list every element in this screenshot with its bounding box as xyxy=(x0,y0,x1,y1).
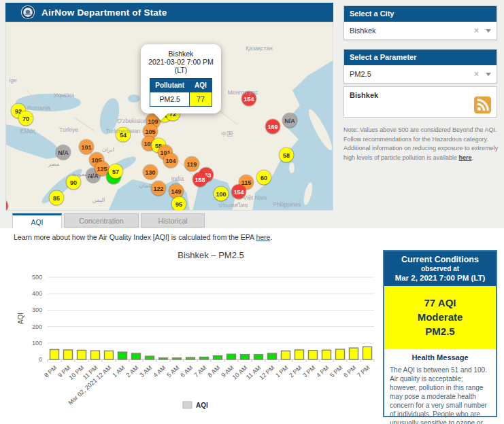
y-tick-label: 0 xyxy=(39,356,42,363)
popup-datetime: 2021-03-02 7:00 PM xyxy=(144,58,218,66)
aqi-marker[interactable]: 95 xyxy=(172,197,186,211)
parameter-caret-down-icon[interactable] xyxy=(486,73,491,76)
x-tick-label: 1 PM xyxy=(274,364,289,378)
city-select-value: Bishkek xyxy=(350,26,474,35)
aqi-marker[interactable]: 101 xyxy=(80,140,94,154)
aqi-bar[interactable] xyxy=(186,357,195,359)
aqi-marker[interactable]: N/A xyxy=(283,113,297,128)
map-label: اليمن xyxy=(93,196,105,203)
map-label: السعودية xyxy=(71,171,93,177)
map-label: ige xyxy=(9,77,16,84)
note-here-link[interactable]: here xyxy=(459,154,472,161)
map-label: Romania xyxy=(27,105,50,111)
aqi-bar[interactable] xyxy=(105,351,114,359)
x-tick-label: 1 AM xyxy=(111,364,126,378)
parameter-clear-icon[interactable]: × xyxy=(474,69,479,79)
learn-more-prefix: Learn more about how the Air Quality Ind… xyxy=(14,233,256,241)
aqi-bar[interactable] xyxy=(241,355,250,359)
aqi-bar[interactable] xyxy=(254,355,263,359)
aqi-marker[interactable]: 149 xyxy=(169,184,184,198)
current-conditions-datetime: Mar 2, 2021 7:00 PM (LT) xyxy=(387,274,493,282)
x-tick-label: 7 PM xyxy=(356,364,371,378)
x-tick-label: 5 PM xyxy=(329,364,343,378)
x-tick-label: 3 AM xyxy=(138,364,153,378)
state-department-seal-icon xyxy=(20,5,35,20)
y-tick-label: 200 xyxy=(32,323,42,330)
aqi-marker[interactable]: 104 xyxy=(164,154,178,168)
y-tick-label: 400 xyxy=(32,290,42,297)
rss-icon[interactable] xyxy=(474,96,491,113)
aqi-marker[interactable]: 122 xyxy=(152,181,166,196)
x-tick-label: 3 PM xyxy=(301,364,316,378)
aqi-bar[interactable] xyxy=(173,358,182,359)
popup-col-pollutant: Pollutant xyxy=(150,79,190,92)
parameter-select[interactable]: PM2.5 × xyxy=(344,65,497,83)
aqi-bar[interactable] xyxy=(200,357,209,359)
y-tick-label: 100 xyxy=(32,340,42,347)
current-conditions-panel: Current Conditions observed at Mar 2, 20… xyxy=(383,250,497,417)
x-tick-label: 6 PM xyxy=(342,364,357,378)
popup-col-aqi: AQI xyxy=(190,79,212,92)
health-message-text: The AQI is between 51 and 100. Air quali… xyxy=(384,364,496,424)
aqi-bar[interactable] xyxy=(350,348,358,359)
tab-historical[interactable]: Historical xyxy=(141,213,205,228)
aqi-marker[interactable]: 169 xyxy=(266,120,280,134)
aqi-bar[interactable] xyxy=(268,353,277,359)
aqi-marker[interactable]: 57 xyxy=(109,164,123,179)
current-conditions-title: Current Conditions xyxy=(387,255,493,264)
aqi-bar[interactable] xyxy=(295,350,304,359)
aqi-bar[interactable] xyxy=(322,350,331,359)
x-tick-label: 6 AM xyxy=(179,364,194,378)
aqi-bar[interactable] xyxy=(363,347,372,359)
map-label: Монгол улс xyxy=(228,89,258,96)
y-axis-label: AQI xyxy=(17,313,24,324)
aqi-bar[interactable] xyxy=(64,350,73,359)
map[interactable]: 927054101N/A105N/A1255790857310977721051… xyxy=(5,22,333,211)
city-clear-icon[interactable]: × xyxy=(474,26,479,35)
aqi-marker[interactable]: 119 xyxy=(185,157,199,171)
aqi-marker[interactable]: 85 xyxy=(50,191,64,205)
aqi-bar[interactable] xyxy=(118,352,127,359)
aqi-bar[interactable] xyxy=(91,351,100,359)
aqi-marker[interactable]: 158 xyxy=(193,173,207,187)
x-tick-label: 8 AM xyxy=(206,364,221,378)
map-label: Україна xyxy=(54,92,74,99)
aqi-bar[interactable] xyxy=(50,349,59,359)
aqi-bar[interactable] xyxy=(159,358,168,359)
parameter-select-group: Select a Parameter PM2.5 × xyxy=(343,49,497,84)
y-tick-label: 300 xyxy=(32,306,42,313)
x-tick-label: 7 AM xyxy=(192,364,207,378)
aqi-marker[interactable]: 70 xyxy=(19,111,33,126)
tab-aqi[interactable]: AQI xyxy=(12,213,62,228)
tab-concentration[interactable]: Concentration xyxy=(64,213,139,228)
aqi-marker[interactable]: 58 xyxy=(280,148,294,162)
x-tick-label: 5 AM xyxy=(165,364,180,378)
aqi-marker[interactable]: 100 xyxy=(214,187,229,201)
aqi-bar[interactable] xyxy=(336,349,345,359)
city-select[interactable]: Bishkek × xyxy=(344,22,497,39)
popup-aqi-value: 77 xyxy=(190,92,212,107)
feed-city-label: Bishkek xyxy=(350,91,378,99)
aqi-bar[interactable] xyxy=(309,351,318,359)
map-label: Ελλάς xyxy=(20,128,35,135)
current-aqi-value: 77 AQI xyxy=(384,297,496,309)
popup-city: Bishkek xyxy=(144,50,218,58)
aqi-bar[interactable] xyxy=(146,356,154,359)
map-label: 中国 xyxy=(222,130,233,139)
aqi-bar[interactable] xyxy=(214,356,222,359)
map-label: ประเทศไทย xyxy=(218,200,248,210)
current-conditions-subtitle: observed at xyxy=(387,265,493,272)
aqi-marker[interactable]: N/A xyxy=(56,145,71,160)
map-label: Turkmenistan xyxy=(105,128,140,135)
aqi-bar[interactable] xyxy=(282,351,290,359)
tab-concentration-label: Concentration xyxy=(79,217,123,225)
city-caret-down-icon[interactable] xyxy=(486,29,491,33)
aqi-bar[interactable] xyxy=(227,354,236,359)
app-header: AirNow Department of State xyxy=(5,3,333,22)
aqi-marker[interactable]: 130 xyxy=(144,165,158,179)
aqi-marker[interactable]: 60 xyxy=(257,171,271,185)
aqi-bar[interactable] xyxy=(132,353,141,359)
aqi-bar[interactable] xyxy=(78,350,86,359)
parameter-select-header: Select a Parameter xyxy=(344,50,497,65)
learn-more-here-link[interactable]: here xyxy=(256,233,270,241)
